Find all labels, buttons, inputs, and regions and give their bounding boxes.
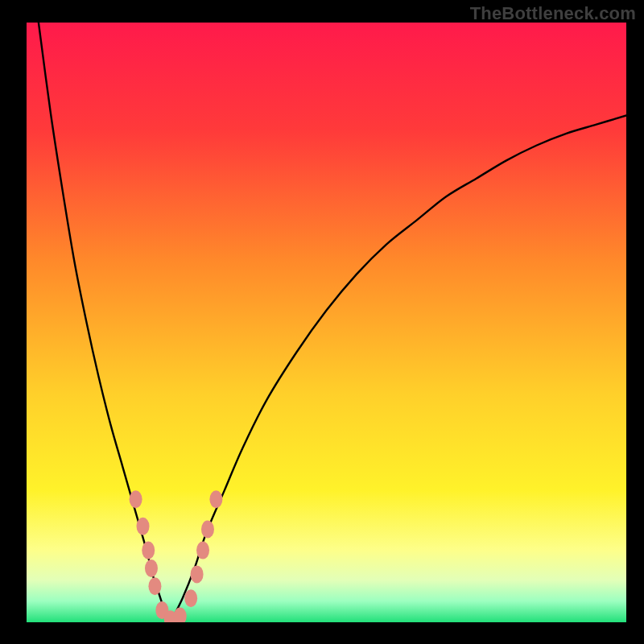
marker-dot	[209, 490, 222, 508]
plot-background	[27, 23, 626, 622]
marker-dot	[130, 490, 142, 508]
marker-dot	[201, 521, 214, 539]
watermark-text: TheBottleneck.com	[470, 3, 636, 24]
marker-dot	[137, 518, 150, 535]
marker-dot	[191, 565, 204, 583]
marker-dot	[148, 577, 161, 595]
plot-svg	[0, 0, 644, 644]
figure-container: TheBottleneck.com	[0, 0, 644, 644]
marker-dot	[196, 542, 209, 559]
marker-dot	[142, 542, 155, 559]
marker-dot	[174, 608, 187, 625]
marker-dot	[145, 559, 158, 577]
marker-dot	[184, 589, 197, 607]
